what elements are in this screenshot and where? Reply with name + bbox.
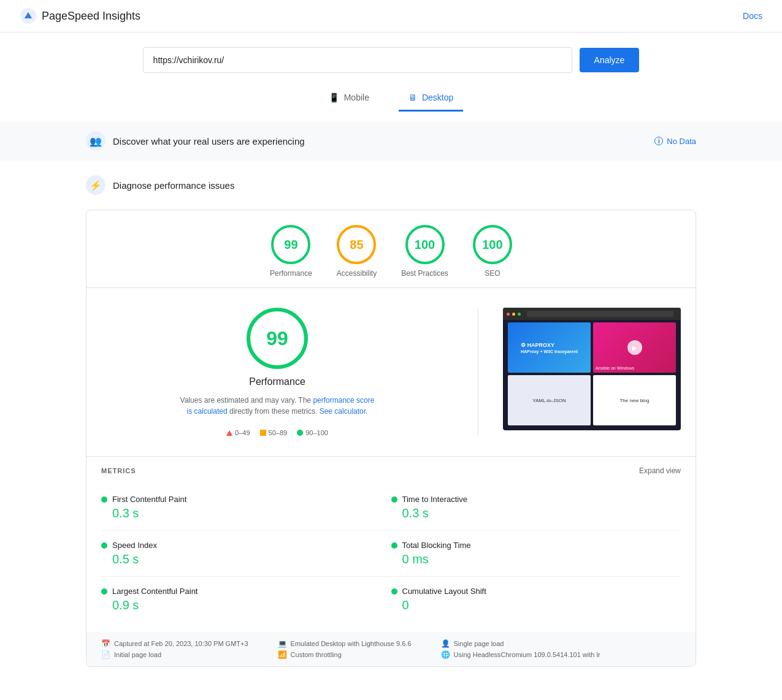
diagnose-banner: ⚡ Diagnose performance issues <box>0 165 782 205</box>
url-input[interactable] <box>143 47 572 73</box>
screenshot-cell-3: The new blog <box>593 375 676 425</box>
desktop-icon: 💻 <box>278 639 287 648</box>
perf-title: Performance <box>249 376 305 387</box>
metric-fcp: First Contentful Paint 0.3 s <box>101 485 391 531</box>
footer-page-load: 📄 Initial page load <box>101 650 248 659</box>
footer-col-1: 📅 Captured at Feb 20, 2023, 10:30 PM GMT… <box>101 639 248 659</box>
tab-mobile[interactable]: 📱 Mobile <box>319 88 379 112</box>
analyze-button[interactable]: Analyze <box>580 48 640 72</box>
metrics-header: METRICS Expand view <box>101 466 681 475</box>
pagespeed-icon <box>20 7 37 25</box>
address-bar <box>527 311 673 317</box>
metric-cls-name: Cumulative Layout Shift <box>402 587 486 596</box>
screenshot-cell-2: YAML-to-JSON <box>508 375 591 425</box>
diagnose-title: Diagnose performance issues <box>113 180 234 191</box>
score-best-practices[interactable]: 100 Best Practices <box>401 225 448 278</box>
score-legend: 0–49 50–89 90–100 <box>226 429 328 436</box>
info-icon: i <box>654 137 663 145</box>
perf-left-panel: 99 Performance Values are estimated and … <box>101 308 453 436</box>
browser-bar <box>503 308 681 320</box>
performance-label: Performance <box>270 269 312 278</box>
metric-tti: Time to Interactive 0.3 s <box>391 485 681 531</box>
footer-chromium: 🌐 Using HeadlessChromium 109.0.5414.101 … <box>441 650 600 659</box>
footer-emulated: 💻 Emulated Desktop with Lighthouse 9.6.6 <box>278 639 412 648</box>
screenshot-grid: ⚙ HAPROXY HAProxy + W3C traceparent ▶ An… <box>503 308 681 430</box>
legend-good: 90–100 <box>297 429 328 436</box>
metrics-grid: First Contentful Paint 0.3 s Time to Int… <box>101 485 681 622</box>
legend-average: 50–89 <box>260 429 288 436</box>
fail-icon <box>226 430 232 436</box>
metric-si-name: Speed Index <box>112 541 157 550</box>
real-users-title: Discover what your real users are experi… <box>113 136 305 146</box>
metric-fcp-dot <box>101 496 107 503</box>
score-seo[interactable]: 100 SEO <box>473 225 512 278</box>
throttle-icon: 📶 <box>278 650 287 659</box>
performance-circle: 99 <box>271 225 310 264</box>
metric-cls-dot <box>391 588 397 595</box>
real-users-left: 👥 Discover what your real users are expe… <box>86 131 305 151</box>
metrics-section: METRICS Expand view First Contentful Pai… <box>86 457 696 632</box>
metric-cls: Cumulative Layout Shift 0 <box>391 577 681 622</box>
average-icon <box>260 430 266 436</box>
docs-link[interactable]: Docs <box>743 11 762 21</box>
metric-lcp-name: Largest Contentful Paint <box>112 587 197 596</box>
metric-tti-name: Time to Interactive <box>402 495 467 504</box>
footer-single-page: 👤 Single page load <box>441 639 600 648</box>
score-performance[interactable]: 99 Performance <box>270 225 312 278</box>
metric-lcp-name-row: Largest Contentful Paint <box>101 587 391 596</box>
header: PageSpeed Insights Docs <box>0 0 782 32</box>
metric-tbt-name: Total Blocking Time <box>402 541 471 550</box>
footer-captured: 📅 Captured at Feb 20, 2023, 10:30 PM GMT… <box>101 639 248 648</box>
legend-fail: 0–49 <box>226 429 250 436</box>
footer-col-3: 👤 Single page load 🌐 Using HeadlessChrom… <box>441 639 600 659</box>
metric-tbt-name-row: Total Blocking Time <box>391 541 681 550</box>
metric-si-value: 0.5 s <box>101 552 391 566</box>
metric-tbt: Total Blocking Time 0 ms <box>391 531 681 577</box>
scores-row: 99 Performance 85 Accessibility 100 Best… <box>86 210 696 288</box>
metric-si-dot <box>101 542 107 549</box>
screenshot-panel: ⚙ HAPROXY HAProxy + W3C traceparent ▶ An… <box>503 308 681 436</box>
browser-dot-yellow <box>512 313 515 316</box>
screenshot-cell-1: ▶ Ansible on Windows <box>593 322 676 373</box>
search-section: Analyze <box>0 32 782 83</box>
metric-lcp-value: 0.9 s <box>101 598 391 612</box>
no-data-indicator[interactable]: i No Data <box>654 137 696 146</box>
tab-bar: 📱 Mobile 🖥 Desktop <box>0 83 782 112</box>
score-accessibility[interactable]: 85 Accessibility <box>337 225 377 278</box>
results-card: 99 Performance 85 Accessibility 100 Best… <box>86 210 696 667</box>
metric-fcp-value: 0.3 s <box>101 506 391 520</box>
calculator-link[interactable]: See calculator. <box>320 407 368 416</box>
browser-dot-red <box>507 313 510 316</box>
accessibility-label: Accessibility <box>337 269 377 278</box>
page-icon: 📄 <box>101 650 110 659</box>
best-practices-circle: 100 <box>405 225 445 264</box>
seo-circle: 100 <box>473 225 512 264</box>
performance-detail: 99 Performance Values are estimated and … <box>86 288 696 457</box>
users-icon: 👥 <box>86 131 105 151</box>
metric-tbt-dot <box>391 542 397 549</box>
divider <box>478 308 478 436</box>
footer-throttling: 📶 Custom throttling <box>278 650 412 659</box>
metric-tti-name-row: Time to Interactive <box>391 495 681 504</box>
app-title: PageSpeed Insights <box>42 10 140 23</box>
seo-label: SEO <box>485 269 500 278</box>
metric-si-name-row: Speed Index <box>101 541 391 550</box>
globe-icon: 🌐 <box>441 650 450 659</box>
screenshot-cell-0: ⚙ HAPROXY HAProxy + W3C traceparent <box>508 322 591 373</box>
metric-cls-name-row: Cumulative Layout Shift <box>391 587 681 596</box>
logo: PageSpeed Insights <box>20 7 140 25</box>
metric-fcp-name-row: First Contentful Paint <box>101 495 391 504</box>
browser-dot-green <box>518 313 521 316</box>
footer-bar: 📅 Captured at Feb 20, 2023, 10:30 PM GMT… <box>86 632 696 666</box>
expand-view-button[interactable]: Expand view <box>639 466 681 475</box>
metric-tbt-value: 0 ms <box>391 552 681 566</box>
tab-desktop[interactable]: 🖥 Desktop <box>399 88 463 112</box>
metric-lcp-dot <box>101 588 107 595</box>
good-icon <box>297 430 303 436</box>
perf-description: Values are estimated and may vary. The p… <box>179 395 375 417</box>
metric-cls-value: 0 <box>391 598 681 612</box>
calendar-icon: 📅 <box>101 639 110 648</box>
mobile-icon: 📱 <box>329 93 339 102</box>
best-practices-label: Best Practices <box>401 269 448 278</box>
metric-si: Speed Index 0.5 s <box>101 531 391 577</box>
